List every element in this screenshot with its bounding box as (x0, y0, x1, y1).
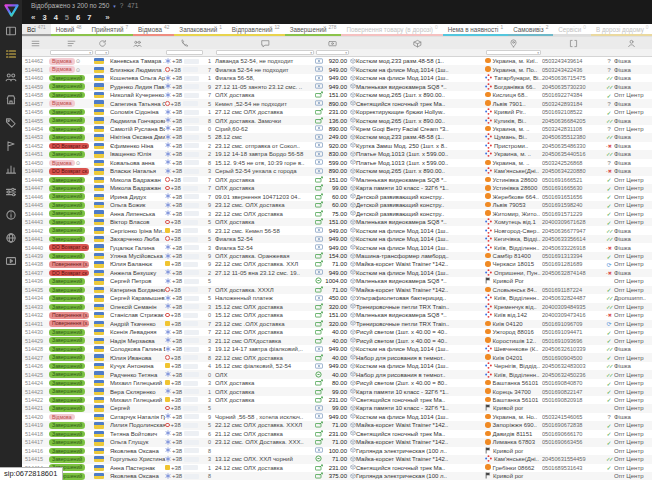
order-row[interactable]: 514455ЗавершенийЛюдмила Гончарова+388ОЛХ… (22, 116, 652, 124)
sidebar-item-settings-icon[interactable] (0, 180, 22, 203)
tab-самовивіз[interactable]: Самовивіз2 (508, 24, 553, 36)
column-header-comment-chat-icon[interactable] (215, 37, 315, 49)
tab-сервіси[interactable]: Сервіси0 (553, 24, 591, 36)
customer-phone[interactable]: +38 (165, 472, 204, 480)
order-row[interactable]: 514444ЗавершенийАнна Липенська+38322.12 … (22, 209, 652, 217)
order-row[interactable]: 514418ЗавершенийТетяна Войтович+38621.12… (22, 430, 652, 438)
order-row[interactable]: 514441ЗавершенийЗахарченко Люба+385Фиалк… (22, 235, 652, 243)
customer-phone[interactable]: +38 (165, 362, 204, 370)
column-header-loc-pin-icon[interactable] (485, 37, 542, 49)
sidebar-item-integrations-icon[interactable] (0, 226, 22, 249)
customer-phone[interactable]: +38 (165, 303, 204, 311)
order-row[interactable]: 514430ЗавершенийКсенія Левадняя+38722.12… (22, 328, 652, 336)
status-pill[interactable]: Завершений (49, 108, 94, 116)
page-button-3[interactable]: 3 (42, 13, 46, 22)
order-row[interactable]: 514422ЗавершенийМихаил Гилецький+383ОЛХ … (22, 396, 652, 404)
tab-повернення-товару-в-дорозі-[interactable]: Повернення товару (в дорозі)0 (341, 24, 442, 36)
column-header-phone-phone-icon[interactable] (165, 37, 204, 49)
last-page-button[interactable]: » (105, 13, 109, 22)
customer-phone[interactable]: +38 (165, 176, 204, 184)
status-pill[interactable]: Відмова⊙ (49, 57, 94, 65)
customer-phone[interactable]: +38 (165, 133, 204, 141)
order-row[interactable]: 514451ЗавершенийІващенко Юлія+38219.12 1… (22, 150, 652, 158)
page-button-7[interactable]: 7 (87, 13, 91, 22)
customer-phone[interactable]: +38 (165, 167, 204, 175)
customer-phone[interactable]: +38 (165, 286, 204, 294)
status-pill[interactable]: Відмова (49, 413, 94, 421)
status-pill[interactable]: DO Возврат ск. (49, 269, 94, 277)
status-pill[interactable]: Завершений (49, 150, 94, 158)
order-row[interactable]: 514435ЗавершенийКатерина Богданова+387ОЛ… (22, 286, 652, 294)
tab-в-дорозі-додому[interactable]: В дорозі додому0 (591, 24, 652, 36)
customer-phone[interactable]: +38 (165, 193, 204, 201)
status-pill[interactable]: Завершений (49, 379, 94, 387)
order-row[interactable]: 514425ЗавершенийРадченко Тетяна+380ОЛХ40… (22, 370, 652, 378)
customer-phone[interactable]: +38 (165, 336, 204, 344)
customer-phone[interactable]: +38 (165, 142, 204, 150)
filter-flag[interactable]: ▾ (94, 49, 110, 56)
customer-phone[interactable]: +38 (165, 447, 204, 455)
sidebar-item-campaigns-icon[interactable] (0, 134, 22, 157)
order-row[interactable]: 514446ЗавершенийИрина Дидух+38709.01 зве… (22, 193, 652, 201)
order-row[interactable]: 514419ЗавершенийЛилия Подолинская+38522.… (22, 421, 652, 429)
customer-phone[interactable]: +38 (165, 82, 204, 90)
tab-новий[interactable]: Новий48 (51, 24, 87, 36)
customer-phone[interactable]: +38 (165, 226, 204, 234)
customer-phone[interactable]: +38 (165, 269, 204, 277)
status-pill[interactable]: Завершений (49, 396, 94, 404)
status-pill[interactable]: Завершений (49, 176, 94, 184)
order-row[interactable]: 514432Повернення (з..Станіслав Стрижак+3… (22, 311, 652, 319)
order-row[interactable]: 514436ЗавершенийСергей Петров+3851004.00… (22, 277, 652, 285)
customer-phone[interactable]: +38 (165, 370, 204, 378)
order-row[interactable]: 514427ЗавершенийЮлия Иванова+38822.12 см… (22, 353, 652, 361)
customer-phone[interactable]: +38 (165, 116, 204, 124)
customer-phone[interactable]: +38 (165, 99, 204, 107)
column-header-trk-track-icon[interactable] (542, 37, 604, 49)
tab-завершений[interactable]: Завершений278 (285, 24, 342, 36)
tab-відправлений[interactable]: Відправлений12 (227, 24, 285, 36)
order-row[interactable]: 514438Повернення (з..Юлия Баланюк+38922.… (22, 260, 652, 268)
order-row[interactable]: 514420ВідмоваСитарчук Наталія Гр..+389Чо… (22, 413, 652, 421)
status-pill[interactable]: Завершений (49, 362, 94, 370)
customer-phone[interactable]: +38 (165, 294, 204, 302)
order-row[interactable]: 514437DO Возврат ск.Анжела Безушку+38227… (22, 269, 652, 277)
order-row[interactable]: 514440DO Возврат ск.Гуцалюк Галина+383Фи… (22, 243, 652, 251)
sidebar-item-dashboard-icon[interactable] (0, 19, 22, 42)
status-pill[interactable]: Завершений (49, 353, 94, 361)
first-page-button[interactable]: « (31, 13, 35, 22)
status-pill[interactable]: Завершений (49, 116, 94, 124)
status-pill[interactable]: Завершений (49, 387, 94, 395)
status-pill[interactable]: Завершений (49, 345, 94, 353)
order-row[interactable]: 514423ЗавершенийВера Скляренко+381ОЛХ до… (22, 387, 652, 395)
order-row[interactable]: 514424ЗавершенийМихаил Гилецький+383ОЛХ … (22, 379, 652, 387)
customer-phone[interactable]: +38 (165, 218, 204, 226)
status-pill[interactable]: Завершений (49, 438, 94, 446)
order-row[interactable]: 514413ЗавершенийЯковлева Оксана+388375.0… (22, 472, 652, 480)
order-row[interactable]: 514461Відмова⊙Близнюк Людмила ..+387Фиал… (22, 65, 652, 73)
customer-phone[interactable]: +38 (165, 235, 204, 243)
order-row[interactable]: 514462Відмова⊙Каневська Тамара ..+381Лав… (22, 57, 652, 65)
status-pill[interactable]: Завершений (49, 125, 94, 133)
status-pill[interactable]: Завершений (49, 430, 94, 438)
status-pill[interactable]: Завершений (49, 209, 94, 217)
status-pill[interactable]: Завершений (49, 218, 94, 226)
status-pill[interactable]: Завершений (49, 404, 94, 412)
customer-phone[interactable]: +38 (165, 184, 204, 192)
sidebar-item-info-icon[interactable] (0, 203, 22, 226)
status-pill[interactable]: Завершений (49, 421, 94, 429)
status-pill[interactable]: Повернення (з.. (49, 311, 94, 319)
page-button-5[interactable]: 5 (65, 13, 69, 22)
order-row[interactable]: 514443ЗавершенийВіктор Власов+385ОЛХ дос… (22, 218, 652, 226)
sidebar-item-clients-icon[interactable] (0, 65, 22, 88)
status-pill[interactable]: Завершений (49, 235, 94, 243)
customer-phone[interactable]: +38 (165, 125, 204, 133)
customer-phone[interactable]: +38 (165, 209, 204, 217)
status-pill[interactable]: Завершений (49, 74, 94, 82)
customer-phone[interactable]: +38 (165, 320, 204, 328)
status-pill[interactable]: Завершений (49, 328, 94, 336)
column-header-status-sort-icon[interactable] (49, 37, 94, 49)
customer-phone[interactable]: +38 (165, 430, 204, 438)
customer-phone[interactable]: +38 (165, 243, 204, 251)
status-pill[interactable]: DO Возврат ск. (49, 167, 94, 175)
range-dropdown-caret[interactable]: ▾ (113, 3, 116, 9)
